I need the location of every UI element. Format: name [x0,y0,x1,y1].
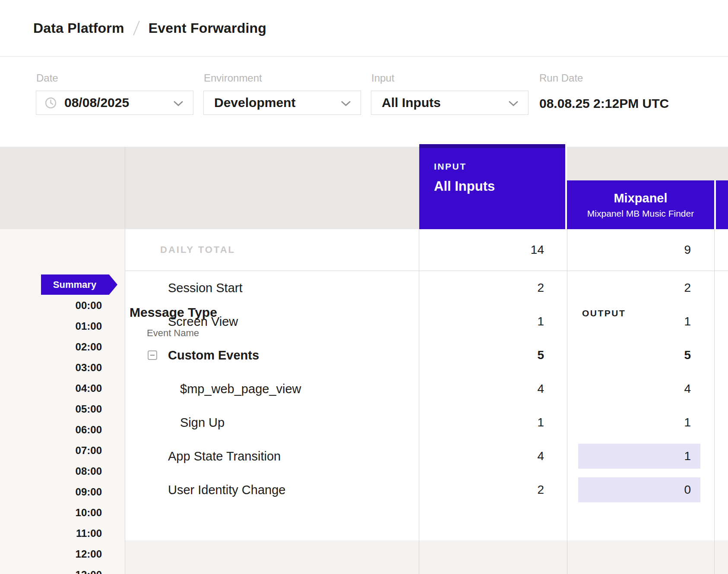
breadcrumb: Data Platform Event Forwarding [0,0,728,57]
input-column-name: All Inputs [434,179,495,194]
chevron-down-icon [341,101,351,108]
hour-slot[interactable]: 05:00 [0,403,102,415]
clock-icon [45,97,57,109]
input-count: 4 [419,439,567,473]
input-group-label: INPUT [434,161,467,172]
input-count: 1 [419,305,567,338]
event-rows: Session Start 2 2 Screen View 1 1 Custom… [0,271,728,507]
date-dropdown[interactable]: 08/08/2025 [36,91,193,115]
input-column-header[interactable]: INPUT All Inputs [419,144,567,229]
date-value: 08/08/2025 [64,95,129,110]
output-count-highlighted: 1 [567,439,714,473]
hour-slot[interactable]: 13:00 [0,569,102,574]
event-label: Screen View [168,305,238,338]
environment-filter-label: Environment [204,72,262,84]
date-filter-label: Date [36,72,58,84]
event-label: Session Start [168,271,242,305]
page-title: Event Forwarding [149,20,266,36]
daily-total-row: DAILY TOTAL 14 9 [0,229,728,271]
input-filter-label: Input [371,72,394,84]
input-count: 5 [419,338,567,372]
table-row: Sign Up 1 1 [0,406,728,439]
hour-slot[interactable]: 08:00 [0,465,102,477]
hour-slot[interactable]: 06:00 [0,424,102,436]
hour-slot[interactable]: 02:00 [0,341,102,353]
event-label: $mp_web_page_view [180,372,301,406]
table-row: App State Transition 4 1 [0,439,728,473]
output-connection-subtitle: Mixpanel MB Music Finder [587,208,694,219]
hour-slot[interactable]: 10:00 [0,507,102,519]
hour-slot[interactable]: 04:00 [0,382,102,394]
input-count: 4 [419,372,567,406]
run-date-value: 08.08.25 2:12PM UTC [539,96,669,111]
input-count: 1 [419,406,567,439]
run-date-label: Run Date [539,72,583,84]
input-count: 2 [419,271,567,305]
output-count-highlighted: 0 [567,473,714,507]
event-label: User Identity Change [168,473,285,507]
table-row: Screen View 1 1 [0,305,728,338]
hour-slot[interactable]: 09:00 [0,486,102,498]
breadcrumb-separator-icon [133,21,139,35]
input-count: 2 [419,473,567,507]
environment-dropdown[interactable]: Development [203,91,361,115]
input-value: All Inputs [382,95,441,110]
filter-bar: Date 08/08/2025 Environment Development … [0,57,728,147]
output-column-header[interactable]: Mixpanel Mixpanel MB Music Finder [567,180,716,229]
highlighted-cell: 0 [578,477,700,502]
hour-slot[interactable]: 07:00 [0,445,102,457]
table-row: $mp_web_page_view 4 4 [0,372,728,406]
collapse-toggle-icon[interactable] [148,350,157,360]
event-label: App State Transition [168,439,281,473]
next-output-column-partial [716,180,728,229]
output-count: 1 [567,305,714,338]
hour-slot[interactable]: 12:00 [0,548,102,560]
daily-total-input-value: 14 [419,229,567,271]
highlighted-cell: 1 [578,444,700,469]
summary-tab[interactable]: Summary [41,274,117,295]
chevron-down-icon [173,101,184,108]
daily-total-label: DAILY TOTAL [160,229,235,271]
output-count: 5 [567,338,714,372]
table-row: User Identity Change 2 0 [0,473,728,507]
environment-value: Development [214,95,295,110]
output-count: 1 [567,406,714,439]
hour-slot[interactable]: 00:00 [0,300,102,312]
hour-slot[interactable]: 11:00 [0,527,102,539]
output-count: 2 [567,271,714,305]
event-forwarding-page: Data Platform Event Forwarding Date 08/0… [0,0,728,574]
input-dropdown[interactable]: All Inputs [371,91,529,115]
event-label: Sign Up [180,406,225,439]
output-connection-name: Mixpanel [614,191,667,205]
table-footer-band [125,540,728,574]
chevron-down-icon [508,101,519,108]
hour-slot[interactable]: 03:00 [0,362,102,374]
output-count: 4 [567,372,714,406]
daily-total-output-value: 9 [567,229,714,271]
breadcrumb-section[interactable]: Data Platform [33,20,124,36]
hour-slot[interactable]: 01:00 [0,320,102,332]
input-column-accent-strip [419,144,565,148]
event-group-label: Custom Events [168,338,259,372]
table-row: Custom Events 5 5 [0,338,728,372]
